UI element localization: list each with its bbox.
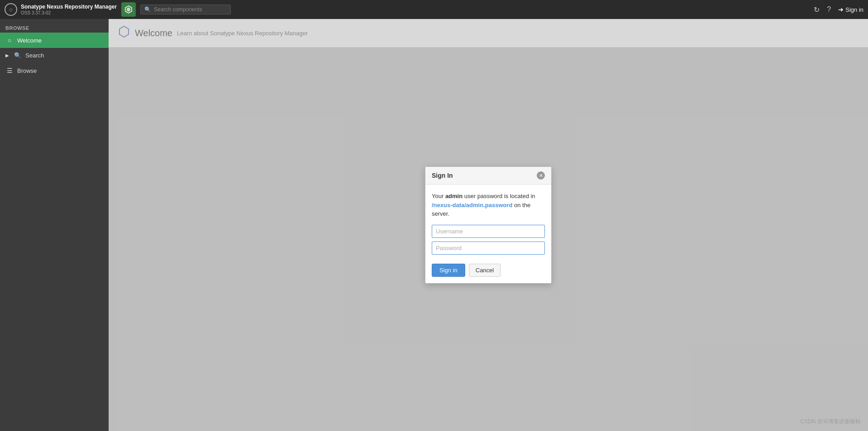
admin-bold: admin: [445, 193, 463, 199]
modal-body: Your admin user password is located in /…: [425, 185, 551, 283]
modal-footer: Sign in Cancel: [432, 264, 545, 277]
brand-icon: ○: [5, 3, 17, 16]
modal-info-text: Your admin user password is located in /…: [432, 192, 545, 218]
search-chevron-icon: ▶: [5, 53, 9, 58]
sidebar: Browse ○ Welcome ▶ 🔍 Search ☰ Browse: [0, 19, 109, 431]
signin-modal: Sign In ✕ Your admin user password is lo…: [425, 166, 552, 284]
main-content: Welcome Learn about Sonatype Nexus Repos…: [109, 19, 868, 431]
brand-text: Sonatype Nexus Repository Manager OSS 3.…: [21, 4, 117, 15]
help-icon[interactable]: ?: [827, 5, 831, 14]
welcome-icon: ○: [5, 37, 14, 44]
modal-header: Sign In ✕: [425, 167, 551, 185]
svg-marker-1: [127, 7, 130, 12]
signin-arrow-icon: ➜: [838, 6, 844, 13]
modal-close-button[interactable]: ✕: [537, 171, 545, 180]
navbar-search-area: 🔍: [117, 2, 814, 17]
sidebar-item-search-label: Search: [25, 52, 44, 59]
app-version: OSS 3.37.3-02: [21, 10, 117, 15]
password-field[interactable]: [432, 242, 545, 255]
modal-title: Sign In: [432, 172, 453, 179]
browse-icon: ☰: [5, 67, 14, 74]
search-icon: 🔍: [14, 52, 22, 59]
sidebar-item-welcome-label: Welcome: [17, 37, 42, 44]
search-icon: 🔍: [144, 6, 151, 13]
brand: ○ Sonatype Nexus Repository Manager OSS …: [5, 3, 117, 16]
layout: Browse ○ Welcome ▶ 🔍 Search ☰ Browse Wel…: [0, 19, 868, 431]
sidebar-item-search[interactable]: ▶ 🔍 Search: [0, 48, 109, 63]
search-input[interactable]: [154, 6, 227, 13]
nav-home-icon[interactable]: [121, 2, 136, 17]
path-text: /nexus-data/admin.password: [432, 202, 512, 208]
signin-button[interactable]: ➜ Sign in: [838, 6, 863, 13]
sidebar-item-welcome[interactable]: ○ Welcome: [0, 33, 109, 48]
modal-signin-button[interactable]: Sign in: [432, 264, 465, 277]
modal-overlay: Sign In ✕ Your admin user password is lo…: [109, 19, 868, 431]
modal-cancel-button[interactable]: Cancel: [469, 264, 501, 277]
sidebar-item-browse[interactable]: ☰ Browse: [0, 63, 109, 78]
navbar-right: ↻ ? ➜ Sign in: [814, 5, 863, 14]
sidebar-section-label: Browse: [0, 23, 109, 33]
app-title: Sonatype Nexus Repository Manager: [21, 4, 117, 10]
signin-label: Sign in: [845, 6, 863, 13]
refresh-icon[interactable]: ↻: [814, 5, 820, 14]
navbar: ○ Sonatype Nexus Repository Manager OSS …: [0, 0, 868, 19]
username-field[interactable]: [432, 225, 545, 238]
sidebar-item-browse-label: Browse: [17, 67, 37, 74]
search-box[interactable]: 🔍: [140, 5, 231, 14]
